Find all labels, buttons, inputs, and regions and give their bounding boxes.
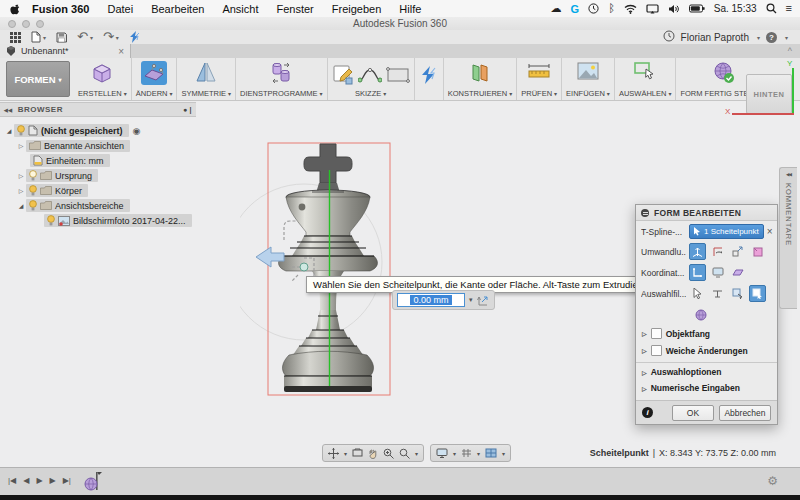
konstruieren-menu[interactable]: KONSTRUIEREN▾: [448, 89, 513, 98]
viewports-icon[interactable]: [485, 448, 497, 458]
bild-einfuegen-icon[interactable]: [576, 61, 600, 81]
step-forward-button[interactable]: ▶: [50, 476, 56, 485]
grid-settings-icon[interactable]: [461, 448, 472, 458]
coord-world-button[interactable]: [689, 264, 706, 281]
job-status-icon[interactable]: [129, 31, 141, 43]
coord-plane-button[interactable]: [729, 264, 746, 281]
chess-king-body[interactable]: [279, 144, 378, 392]
pruefen-menu[interactable]: PRÜFEN▾: [521, 89, 557, 98]
filter-face-button[interactable]: [729, 285, 746, 302]
clock-menu-icon[interactable]: [588, 3, 599, 14]
tree-row-benannte-ansichten[interactable]: ▷ Benannte Ansichten: [0, 138, 232, 153]
symmetrie-icon[interactable]: [195, 61, 217, 85]
king-cross-finial[interactable]: [304, 144, 352, 183]
section-numerische-eingaben[interactable]: ▷ Numerische Eingaben: [636, 379, 777, 395]
dimension-dropdown-icon[interactable]: ▾: [469, 296, 473, 304]
play-button[interactable]: ▶: [36, 476, 42, 485]
help-dropdown-icon[interactable]: ▾: [785, 34, 788, 41]
cancel-button[interactable]: Abbrechen: [719, 405, 771, 421]
comments-side-tab[interactable]: ◀◀ KOMMENTARE: [779, 167, 797, 309]
auswaehlen-icon[interactable]: [633, 61, 657, 81]
collapse-icon[interactable]: ▷: [16, 172, 26, 179]
info-icon[interactable]: i: [642, 407, 653, 418]
menu-hilfe[interactable]: Hilfe: [390, 3, 430, 15]
dimension-input[interactable]: 0.00 mm: [397, 293, 465, 307]
expand-icon[interactable]: ◢: [16, 202, 26, 209]
bulb-icon[interactable]: [47, 215, 55, 226]
menu-freigeben[interactable]: Freigeben: [323, 3, 391, 15]
section-weiche-aenderungen[interactable]: ▷ Weiche Änderungen: [636, 341, 777, 358]
section-expand-icon[interactable]: ▷: [642, 385, 647, 392]
collapse-icon[interactable]: ▷: [16, 142, 26, 149]
display-settings-icon[interactable]: [436, 448, 448, 458]
workspace-formen-button[interactable]: FORMEN ▾: [6, 61, 70, 97]
orbit-icon[interactable]: [328, 448, 339, 459]
menu-ansicht[interactable]: Ansicht: [213, 3, 267, 15]
display-dropdown-icon[interactable]: ▾: [453, 450, 456, 457]
transform-move-button[interactable]: [689, 243, 706, 260]
filter-edge-button[interactable]: [709, 285, 726, 302]
pan-hand-icon[interactable]: [368, 448, 378, 459]
menu-fusion360[interactable]: Fusion 360: [26, 3, 98, 15]
skizze-erstellen-icon[interactable]: [332, 64, 354, 86]
grid-dropdown-icon[interactable]: ▾: [477, 450, 480, 457]
menu-bearbeiten[interactable]: Bearbeiten: [142, 3, 213, 15]
tree-row-ansichtsbereiche[interactable]: ◢ Ansichtsbereiche: [0, 198, 232, 213]
look-at-icon[interactable]: [352, 448, 363, 458]
comments-expand-icon[interactable]: ◀◀: [786, 172, 791, 177]
update-bolt-icon[interactable]: [419, 65, 439, 85]
zoom-dropdown-icon[interactable]: ▾: [415, 450, 418, 457]
clear-selection-icon[interactable]: ×: [767, 226, 773, 237]
viewcube[interactable]: HINTEN: [746, 74, 792, 114]
dienstprogramme-menu[interactable]: DIENSTPROGRAMME▾: [240, 89, 323, 98]
measure-direction-icon[interactable]: [477, 294, 490, 307]
coord-view-button[interactable]: [709, 264, 726, 281]
transform-scale-button[interactable]: [729, 243, 746, 260]
zoom-icon[interactable]: [383, 448, 394, 459]
data-panel-grid-icon[interactable]: [10, 32, 21, 43]
section-expand-icon[interactable]: ▷: [642, 330, 647, 337]
aendern-form-icon[interactable]: [141, 61, 167, 85]
browser-header[interactable]: ◀◀ BROWSER ● |: [0, 102, 196, 117]
erstellen-box-icon[interactable]: [89, 61, 115, 85]
file-dropdown-icon[interactable]: ▾: [43, 34, 46, 41]
menu-fenster[interactable]: Fenster: [267, 3, 322, 15]
erstellen-menu[interactable]: ERSTELLEN▾: [78, 89, 127, 98]
step-back-button[interactable]: ◀: [23, 476, 29, 485]
recent-activity-icon[interactable]: [663, 30, 675, 44]
activate-component-icon[interactable]: ◉: [133, 126, 141, 136]
einfuegen-menu[interactable]: EINFÜGEN▾: [566, 89, 610, 98]
selection-chip[interactable]: 1 Scheitelpunkt: [689, 224, 764, 239]
dienstprogramme-icon[interactable]: [269, 61, 293, 85]
objektfang-checkbox[interactable]: [651, 328, 662, 339]
transform-uniform-button[interactable]: [749, 243, 766, 260]
aendern-menu[interactable]: ÄNDERN▾: [136, 89, 173, 98]
help-icon[interactable]: ?: [766, 32, 777, 43]
logitech-g-icon[interactable]: G: [571, 3, 580, 15]
tree-row-ursprung[interactable]: ▷ Ursprung: [0, 168, 232, 183]
filter-tspline-body-button[interactable]: [692, 306, 709, 323]
auswaehlen-menu[interactable]: AUSWÄHLEN▾: [619, 89, 672, 98]
spline-icon[interactable]: [358, 65, 382, 85]
wifi-icon[interactable]: [624, 4, 637, 14]
cloud-sync-icon[interactable]: ☁: [551, 3, 562, 14]
symmetrie-menu[interactable]: SYMMETRIE▾: [181, 89, 231, 98]
filter-vertex-button[interactable]: [689, 285, 706, 302]
bulb-icon[interactable]: [29, 185, 37, 196]
browser-collapse-icon[interactable]: ◀◀: [4, 107, 13, 113]
menu-datei[interactable]: Datei: [98, 3, 142, 15]
document-tab[interactable]: Unbenannt* ×: [0, 44, 131, 58]
messen-icon[interactable]: [526, 61, 552, 81]
undo-dropdown-icon[interactable]: ▾: [90, 34, 93, 41]
undo-button[interactable]: ↶ ▾: [77, 32, 93, 42]
skizze-menu[interactable]: SKIZZE▾: [355, 89, 386, 98]
transform-rotate-button[interactable]: [709, 243, 726, 260]
volume-icon[interactable]: [668, 4, 680, 14]
zoom-window-icon[interactable]: [399, 448, 410, 459]
skip-to-end-button[interactable]: ▶|: [63, 476, 71, 485]
bulb-icon[interactable]: [17, 125, 25, 136]
filter-body-button[interactable]: [749, 285, 766, 302]
notification-center-icon[interactable]: ≡: [786, 3, 792, 14]
bulb-icon[interactable]: [29, 170, 37, 181]
expand-icon[interactable]: ◢: [4, 127, 14, 134]
